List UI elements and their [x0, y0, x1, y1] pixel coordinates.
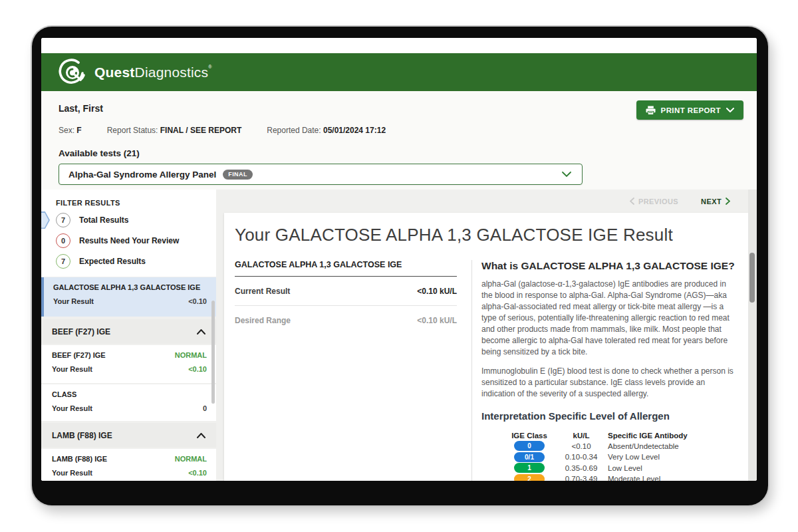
ige-class-pill: 2 — [514, 474, 545, 481]
result-detail-card: Your GALACTOSE ALPHA 1,3 GALACTOSE IGE R… — [224, 213, 748, 481]
desired-range-row: Desired Range <0.10 kU/L — [235, 306, 457, 334]
print-report-button[interactable]: PRINT REPORT — [636, 100, 743, 120]
ige-class-pill: 0/1 — [514, 452, 545, 462]
tablet-frame: QuestDiagnostics® Last, First PRINT REPO… — [32, 27, 768, 505]
print-report-label: PRINT REPORT — [661, 106, 721, 114]
filter-results-panel: FILTER RESULTS 7 Total Results 0 Results… — [41, 190, 216, 277]
group-header-beef[interactable]: BEEF (F27) IGE — [41, 319, 216, 344]
chevron-down-icon — [726, 108, 734, 112]
normal-flag: NORMAL — [175, 455, 207, 463]
ige-class-pill: 1 — [514, 463, 545, 473]
result-table-header: GALACTOSE ALPHA 1,3 GALACTOSE IGE — [235, 260, 457, 277]
screen: QuestDiagnostics® Last, First PRINT REPO… — [41, 38, 757, 481]
chevron-up-icon — [197, 433, 205, 438]
ige-class-row-0: 0 <0.10 Absent/Undetectable — [504, 441, 736, 452]
filter-need-review[interactable]: 0 Results Need Your Review — [56, 233, 216, 248]
workspace: FILTER RESULTS 7 Total Results 0 Results… — [41, 190, 757, 481]
list-item-beef-ige[interactable]: BEEF (F27) IGE NORMAL Your Result <0.10 — [41, 345, 216, 383]
group-header-lamb[interactable]: LAMB (F88) IGE — [41, 423, 216, 448]
sidebar-scrollbar[interactable] — [211, 301, 215, 404]
result-info-panel: What is GALACTOSE ALPHA 1,3 GALACTOSE IG… — [472, 260, 736, 481]
final-status-badge: FINAL — [223, 170, 253, 180]
page-scrollbar-thumb[interactable] — [749, 253, 755, 303]
normal-flag: NORMAL — [175, 351, 207, 359]
reported-date: Reported Date: 05/01/2024 17:12 — [267, 126, 386, 135]
ige-class-row-3: 2 0.70-3.49 Moderate Level — [504, 473, 736, 481]
patient-summary: Last, First PRINT REPORT Sex: F Re — [41, 91, 757, 190]
total-results-count: 7 — [56, 213, 70, 227]
ige-class-row-1: 0/1 0.10-0.34 Very Low Level — [504, 452, 736, 462]
result-values-panel: GALACTOSE ALPHA 1,3 GALACTOSE IGE Curren… — [235, 260, 471, 481]
list-item-galactose-selected[interactable]: GALACTOSE ALPHA 1,3 GALACTOSE IGE Your R… — [41, 277, 216, 317]
about-paragraph-1: alpha-Gal (galactose-α-1,3-galactose) Ig… — [481, 279, 736, 358]
filter-expected-results[interactable]: 7 Expected Results — [56, 254, 216, 269]
filter-results-title: FILTER RESULTS — [56, 199, 216, 207]
chevron-down-icon — [562, 172, 571, 177]
page-scrollbar[interactable] — [748, 190, 757, 481]
results-sidebar: FILTER RESULTS 7 Total Results 0 Results… — [41, 190, 216, 481]
filter-total-results[interactable]: 7 Total Results — [56, 213, 216, 227]
ige-class-pill: 0 — [514, 441, 545, 451]
quest-logo-icon — [59, 59, 86, 86]
main-content: PREVIOUS NEXT Your GALACTOSE ALPHA 1,3 G… — [216, 190, 757, 481]
available-tests-label: Available tests (21) — [59, 148, 743, 158]
patient-sex: Sex: F — [59, 126, 82, 135]
about-heading: What is GALACTOSE ALPHA 1,3 GALACTOSE IG… — [481, 260, 736, 272]
interpretation-section: Interpretation Specific Level of Allerge… — [481, 410, 736, 481]
list-item-beef-class[interactable]: CLASS Your Result 0 — [41, 384, 216, 421]
list-item-lamb-ige[interactable]: LAMB (F88) IGE NORMAL Your Result <0.10 — [41, 449, 216, 481]
brand-wordmark: QuestDiagnostics® — [94, 65, 212, 80]
previous-button[interactable]: PREVIOUS — [630, 198, 678, 205]
interpretation-table: IGE Class kU/L Specific IGE Antibody 0 <… — [504, 430, 736, 481]
result-title: Your GALACTOSE ALPHA 1,3 GALACTOSE IGE R… — [235, 225, 736, 245]
chevron-up-icon — [197, 329, 205, 334]
chevron-left-icon — [630, 198, 634, 205]
patient-meta-row: Sex: F Report Status: FINAL / SEE REPORT… — [59, 126, 743, 135]
chevron-right-icon — [726, 198, 730, 205]
expected-results-count: 7 — [56, 254, 70, 269]
report-status: Report Status: FINAL / SEE REPORT — [107, 126, 242, 135]
interpretation-title: Interpretation Specific Level of Allerge… — [481, 410, 736, 422]
current-result-row: Current Result <0.10 kU/L — [235, 277, 457, 306]
app-header: QuestDiagnostics® — [41, 53, 757, 91]
ige-class-row-2: 1 0.35-0.69 Low Level — [504, 462, 736, 473]
result-pager: PREVIOUS NEXT — [216, 190, 757, 213]
top-strip — [41, 38, 757, 53]
selected-test-name: Alpha-Gal Syndrome Allergy Panel — [68, 170, 216, 180]
about-paragraph-2: Immunoglobulin E (IgE) blood test is don… — [481, 366, 736, 400]
need-review-count: 0 — [56, 233, 70, 248]
test-selector-dropdown[interactable]: Alpha-Gal Syndrome Allergy Panel FINAL — [59, 164, 583, 185]
next-button[interactable]: NEXT — [701, 198, 730, 205]
printer-icon — [646, 106, 656, 115]
